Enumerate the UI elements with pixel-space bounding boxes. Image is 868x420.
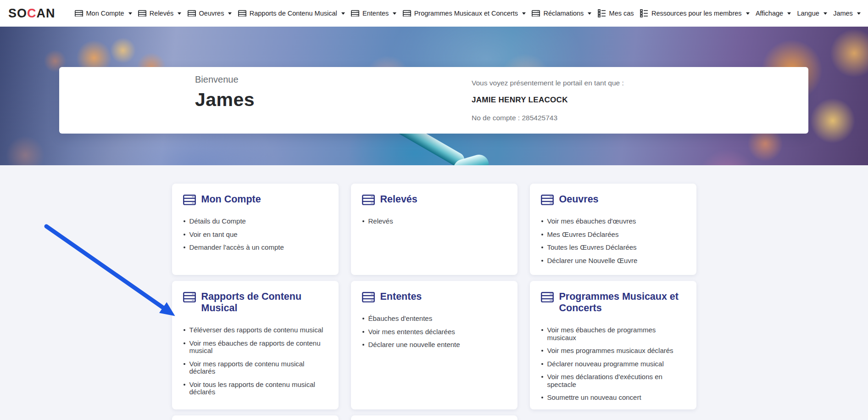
chevron-down-icon xyxy=(228,12,232,15)
card-link-voir-mes-ebauches-de-rapports-de-contenu-musical[interactable]: Voir mes ébauches de rapports de contenu… xyxy=(189,339,321,355)
card-links: Voir mes ébauches de programmes musicaux… xyxy=(541,326,684,402)
card-title[interactable]: Ententes xyxy=(380,291,422,302)
chevron-down-icon xyxy=(857,12,861,15)
card-link-item: Voir mes programmes musicaux déclarés xyxy=(541,347,684,355)
nav-item-mon-compte[interactable]: Mon Compte xyxy=(75,10,132,17)
card-title[interactable]: Oeuvres xyxy=(559,194,599,205)
card-rows-icon xyxy=(351,10,359,17)
card-link-item: Demander l'accès à un compte xyxy=(183,244,327,252)
card-link-voir-mes-ebauches-de-programmes-musicaux[interactable]: Voir mes ébauches de programmes musicaux xyxy=(547,326,656,342)
welcome-card: Bienvenue James Vous voyez présentement … xyxy=(59,67,808,134)
partial-menu-card xyxy=(172,415,339,420)
nav-item-label: Mon Compte xyxy=(86,10,124,17)
card-link-ebauches-d-ententes[interactable]: Ébauches d'ententes xyxy=(368,314,433,322)
card-link-item: Voir mes ententes déclarées xyxy=(362,328,506,336)
nav-item-label: Programmes Musicaux et Concerts xyxy=(414,10,518,17)
card-title[interactable]: Rapports de Contenu Musical xyxy=(201,291,327,314)
account-number-line: No de compte : 285425743 xyxy=(472,114,624,122)
card-rows-icon xyxy=(362,292,375,302)
menu-card-oeuvres: Oeuvres Voir mes ébauches d'œuvresMes Œu… xyxy=(530,184,696,275)
nav-item-langue[interactable]: Langue xyxy=(797,10,827,17)
card-link-item: Déclarer nouveau programme musical xyxy=(541,360,684,368)
hero-banner: Bienvenue James Vous voyez présentement … xyxy=(0,27,868,165)
nav-item-rapports-de-contenu-musical[interactable]: Rapports de Contenu Musical xyxy=(238,10,345,17)
nav-item-ententes[interactable]: Ententes xyxy=(351,10,396,17)
socan-portal-page: SOCAN Mon Compte Relevés Oeuvres xyxy=(0,0,868,420)
card-link-item: Déclarer une nouvelle entente xyxy=(362,341,506,349)
card-header: Oeuvres xyxy=(541,194,684,205)
card-title[interactable]: Relevés xyxy=(380,194,417,205)
nav-item-programmes-musicaux-et-concerts[interactable]: Programmes Musicaux et Concerts xyxy=(403,10,526,17)
card-link-item: Téléverser des rapports de contenu music… xyxy=(183,326,327,334)
menu-card-rapports-de-contenu-musical: Rapports de Contenu Musical Téléverser d… xyxy=(172,281,339,409)
card-link-televerser-des-rapports-de-contenu-musical[interactable]: Téléverser des rapports de contenu music… xyxy=(189,326,323,334)
card-link-item: Voir mes ébauches de rapports de contenu… xyxy=(183,340,327,355)
socan-logo[interactable]: SOCAN xyxy=(8,6,56,21)
card-title[interactable]: Programmes Musicaux et Concerts xyxy=(559,291,684,314)
nav-item-label: Affichage xyxy=(756,10,783,17)
card-link-mes-uvres-declarees[interactable]: Mes Œuvres Déclarées xyxy=(547,230,619,238)
card-link-soumettre-un-nouveau-concert[interactable]: Soumettre un nouveau concert xyxy=(547,393,641,401)
card-link-item: Toutes les Œuvres Déclarées xyxy=(541,244,684,252)
chevron-down-icon xyxy=(522,12,526,15)
chevron-down-icon xyxy=(823,12,827,15)
nav-item-releves[interactable]: Relevés xyxy=(138,10,181,17)
chevron-down-icon xyxy=(787,12,791,15)
menu-card-ententes: Ententes Ébauches d'ententesVoir mes ent… xyxy=(351,281,517,409)
card-rows-icon xyxy=(75,10,83,17)
card-link-voir-mes-declarations-d-executions-en-spectacle[interactable]: Voir mes déclarations d'exécutions en sp… xyxy=(547,373,662,388)
nav-item-ressources-pour-les-membres[interactable]: Ressources pour les membres xyxy=(640,9,750,17)
card-header: Mon Compte xyxy=(183,194,327,205)
card-link-item: Voir en tant que xyxy=(183,231,327,239)
card-links: Voir mes ébauches d'œuvresMes Œuvres Déc… xyxy=(541,218,684,264)
card-link-item: Déclarer une Nouvelle Œuvre xyxy=(541,257,684,265)
card-rows-icon xyxy=(403,10,411,17)
card-links: Téléverser des rapports de contenu music… xyxy=(183,326,327,396)
card-link-declarer-une-nouvelle-entente[interactable]: Déclarer une nouvelle entente xyxy=(368,341,460,348)
card-link-declarer-une-nouvelle-uvre[interactable]: Déclarer une Nouvelle Œuvre xyxy=(547,257,638,264)
nav-item-oeuvres[interactable]: Oeuvres xyxy=(188,10,232,17)
chevron-down-icon xyxy=(341,12,345,15)
chevron-down-icon xyxy=(746,12,750,15)
nav-item-mes-cas[interactable]: Mes cas xyxy=(598,9,634,17)
card-link-voir-mes-rapports-de-contenu-musical-declares[interactable]: Voir mes rapports de contenu musical déc… xyxy=(189,360,305,375)
card-link-details-du-compte[interactable]: Détails du Compte xyxy=(189,217,246,225)
card-title[interactable]: Mon Compte xyxy=(201,194,261,205)
task-list-icon xyxy=(598,9,606,17)
nav-item-affichage[interactable]: Affichage xyxy=(756,10,791,17)
nav-item-james[interactable]: James xyxy=(833,10,861,17)
card-link-voir-mes-ebauches-d-uvres[interactable]: Voir mes ébauches d'œuvres xyxy=(547,217,636,225)
card-rows-icon xyxy=(183,195,196,205)
main-nav: Mon Compte Relevés Oeuvres Rapports de C… xyxy=(75,9,861,17)
card-link-declarer-nouveau-programme-musical[interactable]: Déclarer nouveau programme musical xyxy=(547,360,664,368)
welcome-block: Bienvenue James xyxy=(195,74,255,111)
card-link-voir-tous-les-rapports-de-contenu-musical-declares[interactable]: Voir tous les rapports de contenu musica… xyxy=(189,381,315,396)
card-link-voir-mes-programmes-musicaux-declares[interactable]: Voir mes programmes musicaux déclarés xyxy=(547,347,673,354)
card-links: Détails du CompteVoir en tant queDemande… xyxy=(183,218,327,252)
card-link-voir-mes-ententes-declarees[interactable]: Voir mes ententes déclarées xyxy=(368,328,455,336)
card-header: Relevés xyxy=(362,194,506,205)
card-link-item: Soumettre un nouveau concert xyxy=(541,394,684,402)
menu-card-mon-compte: Mon Compte Détails du CompteVoir en tant… xyxy=(172,184,339,275)
nav-item-label: Oeuvres xyxy=(199,10,224,17)
logo-text: AN xyxy=(37,6,56,20)
nav-item-label: Ententes xyxy=(362,10,389,17)
card-rows-icon xyxy=(362,195,375,205)
card-link-item: Voir mes ébauches de programmes musicaux xyxy=(541,326,684,342)
card-link-demander-l-acces-a-un-compte[interactable]: Demander l'accès à un compte xyxy=(189,243,284,251)
viewing-as-label: Vous voyez présentement le portail en ta… xyxy=(472,79,624,87)
card-rows-icon xyxy=(238,10,246,17)
viewing-as-name: JAMIE HENRY LEACOCK xyxy=(472,95,624,105)
card-link-voir-en-tant-que[interactable]: Voir en tant que xyxy=(189,230,238,238)
chevron-down-icon xyxy=(128,12,132,15)
main-content: Mon Compte Détails du CompteVoir en tant… xyxy=(0,165,868,420)
nav-item-reclamations[interactable]: Réclamations xyxy=(532,10,591,17)
task-list-icon xyxy=(640,9,648,17)
card-link-toutes-les-uvres-declarees[interactable]: Toutes les Œuvres Déclarées xyxy=(547,243,637,251)
card-rows-icon xyxy=(183,292,196,302)
card-link-item: Voir mes déclarations d'exécutions en sp… xyxy=(541,373,684,388)
card-link-releves[interactable]: Relevés xyxy=(368,217,393,225)
card-rows-icon xyxy=(138,10,146,17)
card-header: Ententes xyxy=(362,291,506,302)
logo-accent-letter: C xyxy=(27,6,37,20)
